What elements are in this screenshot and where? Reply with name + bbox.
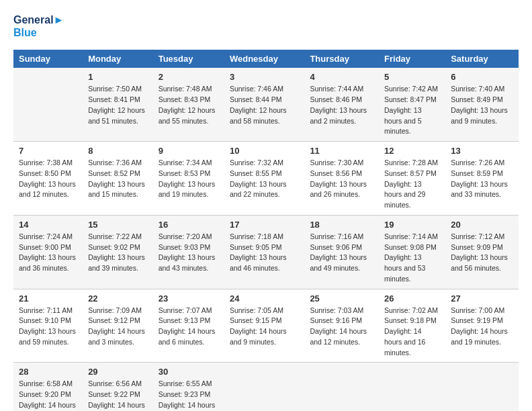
day-cell: 23 Sunrise: 7:07 AM Sunset: 9:13 PM Dayl…	[153, 289, 224, 363]
day-number: 24	[230, 293, 299, 304]
week-row-3: 14 Sunrise: 7:24 AM Sunset: 9:00 PM Dayl…	[13, 215, 519, 289]
day-number: 8	[88, 146, 148, 156]
day-info: Sunrise: 7:18 AM Sunset: 9:05 PM Dayligh…	[230, 232, 299, 274]
calendar-table: SundayMondayTuesdayWednesdayThursdayFrid…	[13, 50, 519, 411]
day-number: 2	[159, 72, 219, 82]
day-cell: 6 Sunrise: 7:40 AM Sunset: 8:49 PM Dayli…	[445, 68, 519, 141]
day-info: Sunrise: 7:26 AM Sunset: 8:59 PM Dayligh…	[451, 158, 513, 200]
day-number: 25	[310, 293, 373, 304]
day-number: 6	[451, 72, 513, 82]
day-cell: 30 Sunrise: 6:55 AM Sunset: 9:23 PM Dayl…	[153, 363, 224, 411]
day-cell: 26 Sunrise: 7:02 AM Sunset: 9:18 PM Dayl…	[379, 289, 445, 363]
day-info: Sunrise: 7:50 AM Sunset: 8:41 PM Dayligh…	[88, 84, 148, 126]
day-number: 16	[159, 220, 219, 230]
day-cell	[13, 68, 83, 141]
day-number: 11	[310, 146, 373, 156]
day-cell: 22 Sunrise: 7:09 AM Sunset: 9:12 PM Dayl…	[83, 289, 153, 363]
col-header-sunday: Sunday	[13, 50, 83, 68]
day-cell: 24 Sunrise: 7:05 AM Sunset: 9:15 PM Dayl…	[224, 289, 304, 363]
day-cell	[379, 363, 445, 411]
day-cell: 1 Sunrise: 7:50 AM Sunset: 8:41 PM Dayli…	[83, 68, 153, 141]
day-info: Sunrise: 6:58 AM Sunset: 9:20 PM Dayligh…	[19, 379, 77, 411]
day-cell: 11 Sunrise: 7:30 AM Sunset: 8:56 PM Dayl…	[304, 142, 379, 216]
week-row-2: 7 Sunrise: 7:38 AM Sunset: 8:50 PM Dayli…	[13, 142, 519, 216]
day-info: Sunrise: 6:55 AM Sunset: 9:23 PM Dayligh…	[159, 379, 219, 411]
column-headers: SundayMondayTuesdayWednesdayThursdayFrid…	[13, 50, 519, 68]
day-cell	[224, 363, 304, 411]
day-cell: 27 Sunrise: 7:00 AM Sunset: 9:19 PM Dayl…	[445, 289, 519, 363]
day-cell: 13 Sunrise: 7:26 AM Sunset: 8:59 PM Dayl…	[445, 142, 519, 216]
col-header-friday: Friday	[379, 50, 445, 68]
day-cell: 10 Sunrise: 7:32 AM Sunset: 8:55 PM Dayl…	[224, 142, 304, 216]
day-cell: 16 Sunrise: 7:20 AM Sunset: 9:03 PM Dayl…	[153, 215, 224, 289]
day-number: 7	[19, 146, 77, 156]
day-info: Sunrise: 7:32 AM Sunset: 8:55 PM Dayligh…	[230, 158, 299, 200]
day-info: Sunrise: 7:24 AM Sunset: 9:00 PM Dayligh…	[19, 232, 77, 274]
day-cell: 14 Sunrise: 7:24 AM Sunset: 9:00 PM Dayl…	[13, 215, 83, 289]
week-row-1: 1 Sunrise: 7:50 AM Sunset: 8:41 PM Dayli…	[13, 68, 519, 141]
day-info: Sunrise: 7:46 AM Sunset: 8:44 PM Dayligh…	[230, 84, 299, 126]
day-info: Sunrise: 7:14 AM Sunset: 9:08 PM Dayligh…	[384, 232, 440, 285]
day-number: 12	[384, 146, 440, 156]
day-cell: 8 Sunrise: 7:36 AM Sunset: 8:52 PM Dayli…	[83, 142, 153, 216]
day-cell: 19 Sunrise: 7:14 AM Sunset: 9:08 PM Dayl…	[379, 215, 445, 289]
day-number: 30	[159, 367, 219, 377]
day-info: Sunrise: 7:00 AM Sunset: 9:19 PM Dayligh…	[451, 306, 513, 348]
day-info: Sunrise: 7:09 AM Sunset: 9:12 PM Dayligh…	[88, 306, 148, 348]
day-number: 22	[88, 293, 148, 304]
day-info: Sunrise: 7:40 AM Sunset: 8:49 PM Dayligh…	[451, 84, 513, 126]
day-info: Sunrise: 7:44 AM Sunset: 8:46 PM Dayligh…	[310, 84, 373, 126]
day-number: 1	[88, 72, 148, 82]
day-number: 18	[310, 220, 373, 230]
day-number: 4	[310, 72, 373, 82]
day-cell: 4 Sunrise: 7:44 AM Sunset: 8:46 PM Dayli…	[304, 68, 379, 141]
day-info: Sunrise: 7:28 AM Sunset: 8:57 PM Dayligh…	[384, 158, 440, 211]
day-cell: 3 Sunrise: 7:46 AM Sunset: 8:44 PM Dayli…	[224, 68, 304, 141]
col-header-tuesday: Tuesday	[153, 50, 224, 68]
col-header-wednesday: Wednesday	[224, 50, 304, 68]
day-number: 3	[230, 72, 299, 82]
day-number: 15	[88, 220, 148, 230]
day-info: Sunrise: 7:22 AM Sunset: 9:02 PM Dayligh…	[88, 232, 148, 274]
day-info: Sunrise: 7:05 AM Sunset: 9:15 PM Dayligh…	[230, 306, 299, 348]
day-info: Sunrise: 6:56 AM Sunset: 9:22 PM Dayligh…	[88, 379, 148, 411]
logo: General► Blue	[13, 13, 64, 39]
day-info: Sunrise: 7:20 AM Sunset: 9:03 PM Dayligh…	[159, 232, 219, 274]
day-cell: 15 Sunrise: 7:22 AM Sunset: 9:02 PM Dayl…	[83, 215, 153, 289]
day-number: 21	[19, 293, 77, 304]
day-cell: 18 Sunrise: 7:16 AM Sunset: 9:06 PM Dayl…	[304, 215, 379, 289]
day-info: Sunrise: 7:30 AM Sunset: 8:56 PM Dayligh…	[310, 158, 373, 200]
day-cell: 25 Sunrise: 7:03 AM Sunset: 9:16 PM Dayl…	[304, 289, 379, 363]
day-number: 27	[451, 293, 513, 304]
col-header-saturday: Saturday	[445, 50, 519, 68]
day-cell: 9 Sunrise: 7:34 AM Sunset: 8:53 PM Dayli…	[153, 142, 224, 216]
day-number: 5	[384, 72, 440, 82]
day-number: 9	[159, 146, 219, 156]
day-cell: 12 Sunrise: 7:28 AM Sunset: 8:57 PM Dayl…	[379, 142, 445, 216]
day-info: Sunrise: 7:38 AM Sunset: 8:50 PM Dayligh…	[19, 158, 77, 200]
day-cell: 7 Sunrise: 7:38 AM Sunset: 8:50 PM Dayli…	[13, 142, 83, 216]
day-info: Sunrise: 7:12 AM Sunset: 9:09 PM Dayligh…	[451, 232, 513, 274]
day-cell: 20 Sunrise: 7:12 AM Sunset: 9:09 PM Dayl…	[445, 215, 519, 289]
day-cell	[304, 363, 379, 411]
col-header-monday: Monday	[83, 50, 153, 68]
day-cell: 17 Sunrise: 7:18 AM Sunset: 9:05 PM Dayl…	[224, 215, 304, 289]
day-info: Sunrise: 7:02 AM Sunset: 9:18 PM Dayligh…	[384, 306, 440, 359]
day-info: Sunrise: 7:16 AM Sunset: 9:06 PM Dayligh…	[310, 232, 373, 274]
day-number: 17	[230, 220, 299, 230]
day-info: Sunrise: 7:48 AM Sunset: 8:43 PM Dayligh…	[159, 84, 219, 126]
col-header-thursday: Thursday	[304, 50, 379, 68]
day-cell: 5 Sunrise: 7:42 AM Sunset: 8:47 PM Dayli…	[379, 68, 445, 141]
day-number: 28	[19, 367, 77, 377]
day-number: 29	[88, 367, 148, 377]
day-number: 14	[19, 220, 77, 230]
day-cell: 28 Sunrise: 6:58 AM Sunset: 9:20 PM Dayl…	[13, 363, 83, 411]
day-info: Sunrise: 7:34 AM Sunset: 8:53 PM Dayligh…	[159, 158, 219, 200]
day-info: Sunrise: 7:36 AM Sunset: 8:52 PM Dayligh…	[88, 158, 148, 200]
logo-line1: General►	[13, 13, 64, 26]
day-cell: 29 Sunrise: 6:56 AM Sunset: 9:22 PM Dayl…	[83, 363, 153, 411]
day-info: Sunrise: 7:42 AM Sunset: 8:47 PM Dayligh…	[384, 84, 440, 137]
day-number: 20	[451, 220, 513, 230]
day-number: 23	[159, 293, 219, 304]
day-info: Sunrise: 7:07 AM Sunset: 9:13 PM Dayligh…	[159, 306, 219, 348]
